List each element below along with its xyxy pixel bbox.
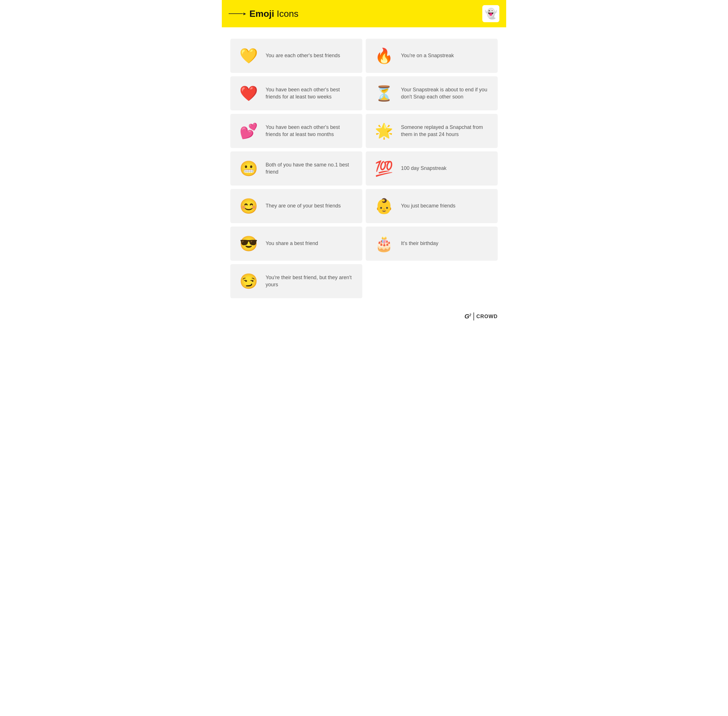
card-description: You're their best friend, but they aren'… <box>266 274 356 288</box>
emoji-card: 🔥 You're on a Snapstreak <box>366 39 498 73</box>
emoji-card: 💕 You have been each other's best friend… <box>230 114 362 148</box>
emoji-icon: 👶 <box>372 195 395 217</box>
card-description: 100 day Snapstreak <box>401 165 446 172</box>
emoji-icon: 😬 <box>237 157 260 180</box>
card-description: You are each other's best friends <box>266 52 340 59</box>
card-description: Your Snapstreak is about to end if you d… <box>401 86 491 100</box>
card-description: Both of you have the same no.1 best frie… <box>266 161 356 176</box>
emoji-icon: 🎂 <box>372 232 395 255</box>
emoji-card: 💛 You are each other's best friends <box>230 39 362 73</box>
card-description: They are one of your best friends <box>266 202 341 209</box>
card-description: You just became friends <box>401 202 455 209</box>
emoji-card: 🌟 Someone replayed a Snapchat from them … <box>366 114 498 148</box>
emoji-card: 😏 You're their best friend, but they are… <box>230 264 362 298</box>
crowd-text: CROWD <box>476 314 498 320</box>
emoji-icon: 😊 <box>237 195 260 217</box>
g2-superscript: 2 <box>469 313 471 317</box>
card-description: Someone replayed a Snapchat from them in… <box>401 124 491 138</box>
header-title: Emoji Icons <box>250 9 298 19</box>
emoji-card: 😎 You share a best friend <box>230 226 362 261</box>
emoji-icon: ⏳ <box>372 82 395 105</box>
g2-letter: G <box>465 313 469 320</box>
arrow-icon <box>229 12 246 16</box>
emoji-icon: 🌟 <box>372 120 395 142</box>
g2-logo: G2 <box>465 313 471 320</box>
emoji-card: 👶 You just became friends <box>366 189 498 223</box>
emoji-card: 🎂 It's their birthday <box>366 226 498 261</box>
card-description: You have been each other's best friends … <box>266 124 356 138</box>
emoji-card: 💯 100 day Snapstreak <box>366 152 498 185</box>
card-description: You have been each other's best friends … <box>266 86 356 100</box>
header: Emoji Icons 👻 <box>222 0 506 27</box>
emoji-icon: ❤️ <box>237 82 260 105</box>
footer-divider <box>474 312 474 320</box>
emoji-icon: 😎 <box>237 232 260 255</box>
emoji-icon: 💛 <box>237 44 260 67</box>
snapchat-logo: 👻 <box>482 5 499 22</box>
card-description: You share a best friend <box>266 240 318 247</box>
emoji-card: 😬 Both of you have the same no.1 best fr… <box>230 152 362 185</box>
emoji-card: ❤️ You have been each other's best frien… <box>230 76 362 111</box>
footer: G2 CROWD <box>222 309 506 329</box>
emoji-grid: 💛 You are each other's best friends 🔥 Yo… <box>222 39 506 298</box>
emoji-card: 😊 They are one of your best friends <box>230 189 362 223</box>
snapchat-ghost-icon: 👻 <box>484 8 497 20</box>
header-title-bold: Emoji <box>250 9 274 19</box>
card-description: You're on a Snapstreak <box>401 52 454 59</box>
emoji-icon: 💯 <box>372 157 395 180</box>
emoji-icon: 💕 <box>237 120 260 142</box>
emoji-card: ⏳ Your Snapstreak is about to end if you… <box>366 76 498 111</box>
emoji-icon: 🔥 <box>372 44 395 67</box>
header-title-normal: Icons <box>274 9 298 19</box>
header-left: Emoji Icons <box>229 9 298 19</box>
emoji-icon: 😏 <box>237 270 260 293</box>
card-description: It's their birthday <box>401 240 439 247</box>
